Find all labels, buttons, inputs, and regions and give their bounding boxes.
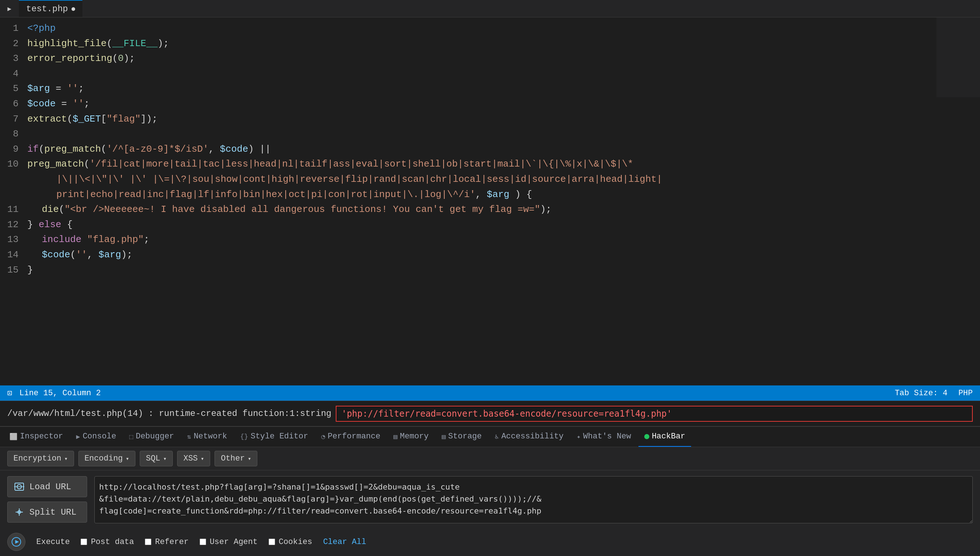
tab-memory[interactable]: ▤ Memory (388, 427, 435, 447)
user-agent-checkbox[interactable]: User Agent (200, 538, 258, 546)
sql-dropdown[interactable]: SQL ▾ (140, 451, 173, 466)
tab-performance[interactable]: ◔ Performance (315, 427, 386, 447)
tab-hackbar-label: HackBar (652, 432, 685, 441)
execute-label: Execute (36, 538, 70, 546)
tab-style-editor[interactable]: {} Style Editor (234, 427, 314, 447)
code-line: highlight_file(__FILE__); (27, 36, 980, 52)
runtime-highlight: 'php://filter/read=convert.base64-encode… (336, 406, 973, 422)
referer-input[interactable] (145, 538, 151, 545)
encryption-label: Encryption (13, 454, 61, 463)
encryption-dropdown[interactable]: Encryption ▾ (7, 451, 74, 466)
tab-test-php[interactable]: test.php (19, 0, 82, 17)
code-line (27, 127, 980, 142)
devtools-panel: ⬜ Inspector ▶ Console ⬚ Debugger ⇅ Netwo… (0, 426, 980, 556)
xss-label: XSS (183, 454, 198, 463)
other-label: Other (221, 454, 245, 463)
code-editor: 12345 678910 1112131415 <?php highlight_… (0, 18, 980, 385)
status-icon: ⊡ (7, 388, 12, 398)
code-line: print|echo|read|inc|flag|lf|info|bin|hex… (27, 187, 980, 202)
code-line: preg_match('/fil|cat|more|tail|tac|less|… (27, 157, 980, 172)
code-line: } (27, 263, 980, 278)
cookies-label: Cookies (279, 538, 312, 546)
tab-style-editor-label: Style Editor (251, 432, 308, 441)
post-data-checkbox[interactable]: Post data (81, 538, 134, 546)
hackbar-main: Load URL Split URL http://localhost/test… (0, 470, 980, 529)
tab-size: Tab Size: 4 (895, 389, 947, 398)
tab-storage-label: Storage (448, 432, 482, 441)
referer-label: Referer (155, 538, 188, 546)
post-data-label: Post data (91, 538, 134, 546)
tab-label: test.php (26, 4, 68, 14)
hackbar-toolbar: Encryption ▾ Encoding ▾ SQL ▾ XSS ▾ Othe… (0, 447, 980, 470)
clear-all-button[interactable]: Clear All (323, 538, 366, 546)
split-url-label: Split URL (29, 508, 77, 517)
url-input[interactable]: http://localhost/test.php?flag[arg]=?sha… (94, 476, 973, 523)
code-line: die("<br />Neeeeee~! I have disabled all… (27, 202, 980, 217)
code-content[interactable]: <?php highlight_file(__FILE__); error_re… (27, 21, 980, 382)
xss-arrow: ▾ (201, 455, 204, 462)
code-line: $arg = ''; (27, 81, 980, 97)
minimap (936, 18, 980, 97)
runtime-bar: /var/www/html/test.php(14) : runtime-cre… (0, 401, 980, 426)
tab-debugger-label: Debugger (136, 432, 174, 441)
tab-inspector-label: Inspector (20, 432, 63, 441)
tab-storage[interactable]: ▤ Storage (436, 427, 487, 447)
load-url-button[interactable]: Load URL (7, 476, 87, 497)
other-dropdown[interactable]: Other ▾ (215, 451, 257, 466)
clear-all-label: Clear All (323, 538, 366, 546)
hackbar-actions: Load URL Split URL (7, 476, 87, 523)
encoding-label: Encoding (84, 454, 123, 463)
devtools-tabs: ⬜ Inspector ▶ Console ⬚ Debugger ⇅ Netwo… (0, 427, 980, 447)
whats-new-icon: ✦ (577, 433, 581, 441)
tab-whats-new-label: What's New (583, 432, 631, 441)
performance-icon: ◔ (321, 433, 325, 441)
tab-network[interactable]: ⇅ Network (181, 427, 233, 447)
tab-accessibility-label: Accessibility (501, 432, 564, 441)
tab-debugger[interactable]: ⬚ Debugger (123, 427, 180, 447)
tab-console-label: Console (83, 432, 116, 441)
tab-hackbar[interactable]: HackBar (639, 427, 691, 447)
tab-whats-new[interactable]: ✦ What's New (571, 427, 637, 447)
tab-network-label: Network (194, 432, 227, 441)
cookies-checkbox[interactable]: Cookies (268, 538, 312, 546)
split-url-icon (13, 506, 25, 518)
tab-inspector[interactable]: ⬜ Inspector (4, 427, 69, 447)
sidebar-toggle[interactable]: ▶ (3, 2, 16, 15)
hackbar-bottom: Execute Post data Referer User Agent Coo… (0, 529, 980, 556)
status-right: Tab Size: 4 PHP (895, 389, 973, 398)
user-agent-input[interactable] (200, 538, 206, 545)
storage-icon: ▤ (442, 433, 446, 441)
status-left: ⊡ Line 15, Column 2 (7, 388, 101, 398)
code-line: error_reporting(0); (27, 51, 980, 66)
code-area[interactable]: 12345 678910 1112131415 <?php highlight_… (0, 18, 980, 385)
other-arrow: ▾ (247, 455, 251, 462)
code-line: include "flag.php"; (27, 232, 980, 247)
tab-performance-label: Performance (328, 432, 380, 441)
execute-button[interactable] (7, 533, 26, 551)
sql-label: SQL (146, 454, 160, 463)
cursor-position: Line 15, Column 2 (19, 389, 100, 398)
memory-icon: ▤ (393, 433, 398, 441)
load-url-icon (13, 481, 25, 493)
tab-accessibility[interactable]: ♿ Accessibility (489, 427, 569, 447)
code-line (27, 66, 980, 82)
code-line: if(preg_match('/^[a-z0-9]*$/isD', $code)… (27, 142, 980, 157)
code-line: $code('', $arg); (27, 247, 980, 263)
xss-dropdown[interactable]: XSS ▾ (177, 451, 210, 466)
load-url-label: Load URL (29, 482, 71, 492)
post-data-input[interactable] (81, 538, 87, 545)
encoding-dropdown[interactable]: Encoding ▾ (78, 451, 135, 466)
referer-checkbox[interactable]: Referer (145, 538, 188, 546)
tab-console[interactable]: ▶ Console (70, 427, 122, 447)
runtime-path: /var/www/html/test.php(14) : runtime-cre… (7, 409, 332, 419)
split-url-button[interactable]: Split URL (7, 501, 87, 523)
inspector-icon: ⬜ (10, 433, 18, 441)
cookies-input[interactable] (268, 538, 275, 545)
hackbar-dot (644, 434, 649, 439)
encoding-arrow: ▾ (126, 455, 129, 462)
svg-marker-7 (15, 540, 19, 544)
style-editor-icon: {} (240, 433, 248, 440)
network-icon: ⇅ (187, 433, 191, 441)
console-icon: ▶ (76, 433, 80, 441)
tab-modified-dot (71, 7, 75, 11)
